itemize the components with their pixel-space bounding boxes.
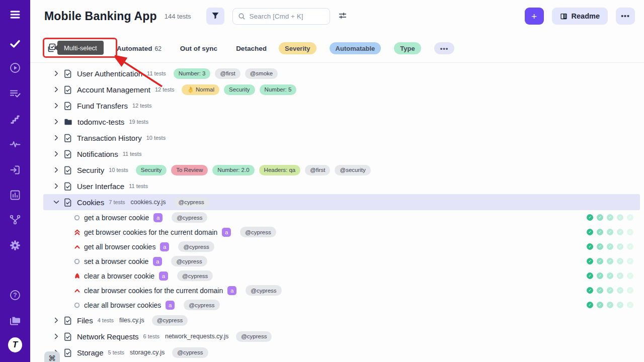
- tag-badge[interactable]: @first: [305, 165, 330, 175]
- sidebar-item-logo[interactable]: T: [8, 338, 22, 352]
- sidebar-item-steps[interactable]: [8, 112, 22, 126]
- test-row-get-a-browser-cookie[interactable]: get a browser cookiea@cypress✓✓✓✓✓: [43, 210, 640, 225]
- tag-badge[interactable]: @smoke: [245, 68, 278, 79]
- tab-detached[interactable]: Detached: [236, 45, 267, 52]
- run-status-dot[interactable]: ✓: [597, 273, 603, 279]
- run-status-dot[interactable]: ✓: [597, 302, 603, 308]
- run-status-dot[interactable]: ✓: [627, 214, 633, 221]
- tab-out-of-sync[interactable]: Out of sync: [180, 45, 217, 52]
- tag-badge[interactable]: @cypress: [246, 285, 281, 296]
- suite-row-files[interactable]: Files4 testsfiles.cy.js@cypress: [43, 312, 640, 328]
- run-status-dot[interactable]: ✓: [627, 258, 633, 264]
- chevron-right-icon[interactable]: [53, 134, 60, 141]
- suite-row-todomvc-tests[interactable]: todomvc-tests19 tests: [43, 114, 640, 130]
- tag-badge[interactable]: @cypress: [174, 197, 209, 208]
- tag-badge[interactable]: @cypress: [152, 315, 188, 326]
- chevron-right-icon[interactable]: [53, 333, 60, 340]
- suite-row-fund-transfers[interactable]: Fund Transfers12 tests: [43, 98, 640, 114]
- run-status-dot[interactable]: ✓: [617, 243, 623, 250]
- tag-badge[interactable]: @cypress: [240, 227, 276, 237]
- chevron-right-icon[interactable]: [53, 166, 60, 173]
- sidebar-item-branches[interactable]: [8, 213, 22, 227]
- run-status-dot[interactable]: ✓: [607, 229, 613, 235]
- sidebar-item-activity[interactable]: [8, 137, 22, 151]
- run-status-dot[interactable]: ✓: [627, 302, 633, 308]
- chevron-right-icon[interactable]: [53, 102, 60, 109]
- tag-badge[interactable]: @cypress: [178, 241, 214, 252]
- automated-badge[interactable]: a: [160, 242, 169, 251]
- tag-badge[interactable]: 👌 Normal: [182, 84, 219, 95]
- adjustments-button[interactable]: [338, 11, 347, 22]
- sidebar-item-test-plans[interactable]: [8, 86, 22, 101]
- chevron-right-icon[interactable]: [53, 118, 60, 125]
- run-status-dot[interactable]: ✓: [587, 258, 593, 264]
- suite-row-cookies[interactable]: Cookies7 testscookies.cy.js@cypress: [43, 194, 640, 210]
- run-status-dot[interactable]: ✓: [617, 273, 623, 279]
- run-status-dot[interactable]: ✓: [597, 243, 603, 250]
- run-status-dot[interactable]: ✓: [617, 258, 623, 264]
- sidebar-item-sign-in[interactable]: [8, 163, 22, 177]
- tag-badge[interactable]: Security: [136, 165, 167, 175]
- automated-badge[interactable]: a: [153, 213, 163, 222]
- keyboard-shortcut-badge[interactable]: ⌘: [44, 351, 60, 362]
- run-status-dot[interactable]: ✓: [607, 214, 613, 221]
- automated-badge[interactable]: a: [166, 301, 175, 310]
- tag-badge[interactable]: @cypress: [236, 331, 272, 342]
- run-status-dot[interactable]: ✓: [587, 273, 593, 279]
- tag-badge[interactable]: @cypress: [172, 212, 207, 223]
- run-status-dot[interactable]: ✓: [617, 302, 623, 308]
- run-status-dot[interactable]: ✓: [627, 273, 633, 279]
- run-status-dot[interactable]: ✓: [587, 229, 593, 235]
- tag-badge[interactable]: @cypress: [177, 270, 213, 281]
- sidebar-item-help[interactable]: ?: [8, 288, 22, 302]
- tag-badge[interactable]: Security: [224, 84, 255, 95]
- run-status-dot[interactable]: ✓: [607, 243, 613, 250]
- run-status-dot[interactable]: ✓: [597, 229, 603, 235]
- add-button[interactable]: +: [525, 8, 544, 25]
- sidebar-item-runs-play[interactable]: [8, 61, 22, 75]
- suite-row-notifications[interactable]: Notifications11 tests: [43, 146, 640, 162]
- automated-badge[interactable]: a: [222, 228, 231, 237]
- test-row-get-all-browser-cookies[interactable]: get all browser cookiesa@cypress✓✓✓✓✓: [43, 239, 640, 254]
- run-status-dot[interactable]: ✓: [597, 214, 603, 221]
- automated-badge[interactable]: a: [153, 257, 162, 266]
- tag-badge[interactable]: Headers: qa: [259, 165, 301, 175]
- filter-pill-type[interactable]: Type: [394, 42, 421, 54]
- tag-badge[interactable]: @security: [335, 165, 370, 175]
- run-status-dot[interactable]: ✓: [587, 243, 593, 250]
- run-status-dot[interactable]: ✓: [597, 258, 603, 264]
- tag-badge[interactable]: Number: 3: [174, 68, 211, 79]
- run-status-dot[interactable]: ✓: [607, 258, 613, 264]
- tab-automated[interactable]: Automated62: [117, 45, 162, 52]
- filter-pill-severity[interactable]: Severity: [279, 42, 316, 54]
- suite-row-security[interactable]: Security10 testsSecurityTo ReviewNumber:…: [43, 162, 640, 178]
- readme-button[interactable]: Readme: [552, 8, 608, 25]
- run-status-dot[interactable]: ✓: [587, 302, 593, 308]
- suite-row-transaction-history[interactable]: Transaction History10 tests: [43, 130, 640, 146]
- run-status-dot[interactable]: ✓: [627, 243, 633, 250]
- suite-row-network-requests[interactable]: Network Requests6 testsnetwork_requests.…: [43, 328, 640, 344]
- tag-badge[interactable]: To Review: [171, 165, 208, 175]
- search-input[interactable]: [250, 13, 325, 20]
- run-status-dot[interactable]: ✓: [617, 214, 623, 221]
- sidebar-item-reports-chart[interactable]: [8, 188, 22, 202]
- tag-badge[interactable]: Number: 2.0: [212, 165, 254, 175]
- filter-pill-automatable[interactable]: Automatable: [330, 42, 381, 54]
- sidebar-item-menu[interactable]: [8, 8, 22, 22]
- automated-badge[interactable]: a: [227, 286, 236, 295]
- search-box[interactable]: [232, 8, 330, 25]
- tag-badge[interactable]: @cypress: [184, 300, 219, 310]
- test-row-set-a-browser-cookie[interactable]: set a browser cookiea@cypress✓✓✓✓✓: [43, 254, 640, 268]
- chevron-right-icon[interactable]: [53, 150, 60, 157]
- run-status-dot[interactable]: ✓: [617, 287, 623, 294]
- run-status-dot[interactable]: ✓: [617, 229, 623, 235]
- suite-row-user-authentication[interactable]: User Authentication11 testsNumber: 3@fir…: [43, 65, 640, 81]
- tag-badge[interactable]: Number: 5: [260, 84, 297, 95]
- test-row-clear-a-browser-cookie[interactable]: clear a browser cookiea@cypress✓✓✓✓✓: [43, 268, 640, 283]
- test-row-get-browser-cookies-for-the-current-domain[interactable]: get browser cookies for the current doma…: [43, 225, 640, 239]
- suite-row-account-management[interactable]: Account Management12 tests👌 NormalSecuri…: [43, 81, 640, 98]
- run-status-dot[interactable]: ✓: [627, 229, 633, 235]
- tag-badge[interactable]: @cypress: [172, 347, 208, 358]
- sidebar-item-tests-check[interactable]: [8, 37, 22, 51]
- run-status-dot[interactable]: ✓: [587, 287, 593, 294]
